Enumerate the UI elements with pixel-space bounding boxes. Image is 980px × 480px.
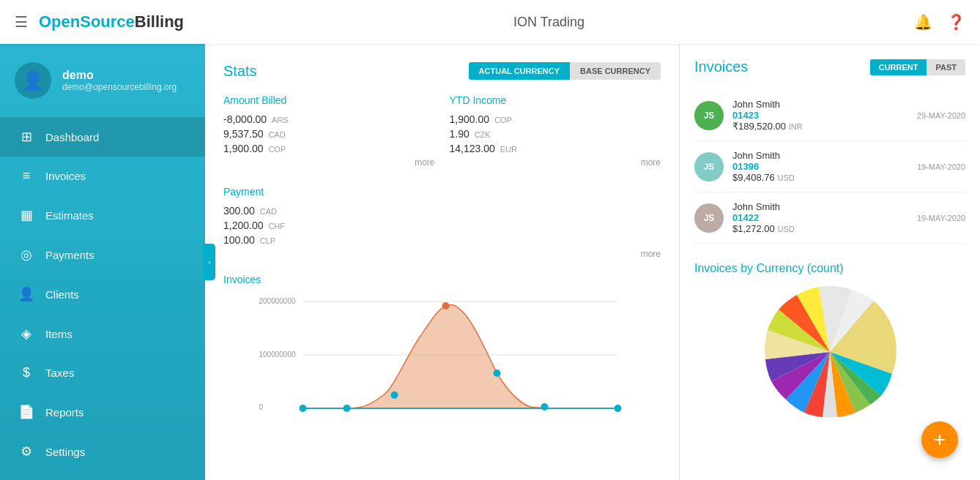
svg-point-9: [442, 302, 450, 310]
invoice-number[interactable]: 01396: [732, 161, 908, 172]
sidebar-item-label: Items: [45, 328, 73, 340]
avatar-icon: 👤: [22, 70, 44, 91]
sidebar-item-estimates[interactable]: ▦ Estimates: [0, 195, 205, 235]
stats-panel: Stats ACTUAL CURRENCY BASE CURRENCY Amou…: [205, 44, 680, 480]
user-info: demo demo@opensourcebilling.org: [62, 69, 177, 92]
sidebar-item-label: Reports: [45, 406, 84, 419]
sidebar: 👤 demo demo@opensourcebilling.org ⊞ Dash…: [0, 44, 205, 480]
sidebar-item-label: Estimates: [45, 209, 94, 222]
invoices-chart-title: Invoices: [223, 274, 661, 285]
sidebar-item-settings[interactable]: ⚙ Settings: [0, 432, 205, 471]
actual-currency-btn[interactable]: ACTUAL CURRENCY: [469, 62, 570, 80]
invoice-number[interactable]: 01422: [732, 212, 908, 223]
menu-icon[interactable]: ☰: [15, 13, 28, 31]
sidebar-item-label: Invoices: [45, 170, 86, 182]
svg-text:100000000: 100000000: [259, 350, 296, 359]
stats-grid: Amount Billed -8,000.00 ARS 9,537.50 CAD…: [223, 94, 661, 168]
brand-logo: OpenSourceBilling: [39, 12, 184, 31]
sidebar-toggle[interactable]: ‹: [204, 244, 215, 280]
sidebar-item-clients[interactable]: 👤 Clients: [0, 274, 205, 314]
clients-icon: 👤: [18, 286, 34, 302]
sidebar-item-label: Dashboard: [45, 131, 99, 143]
invoice-info: John Smith 01396 $9,408.76 USD: [732, 150, 908, 183]
ytd-income-section: YTD Income 1,900.00 COP 1.90 CZK 14,123.…: [450, 94, 661, 168]
sidebar-nav: ⊞ Dashboard ≡ Invoices ▦ Estimates ◎ Pay…: [0, 117, 205, 480]
invoice-avatar: JS: [694, 203, 724, 233]
stat-item: 1,900.00 COP: [223, 143, 435, 154]
stat-item: 1,200.00 CHF: [223, 220, 661, 231]
invoice-date: 19-MAY-2020: [917, 214, 965, 222]
invoice-amount: ₹189,520.00 INR: [732, 121, 908, 132]
user-name: demo: [62, 69, 177, 82]
stat-item: 14,123.00 EUR: [450, 143, 661, 154]
sidebar-profile: 👤 demo demo@opensourcebilling.org: [0, 44, 205, 117]
notification-icon[interactable]: 🔔: [914, 13, 932, 31]
invoice-amount: $1,272.00 USD: [732, 223, 908, 234]
avatar: 👤: [15, 62, 51, 99]
invoice-info: John Smith 01423 ₹189,520.00 INR: [732, 99, 908, 132]
payments-icon: ◎: [18, 247, 34, 263]
invoice-tabs: CURRENT PAST: [870, 59, 965, 75]
svg-point-10: [494, 370, 501, 377]
right-panel: Invoices CURRENT PAST JS John Smith 0142…: [680, 44, 980, 480]
sidebar-item-items[interactable]: ◈ Items: [0, 314, 205, 353]
payment-more[interactable]: more: [223, 249, 661, 259]
help-icon[interactable]: ❓: [947, 13, 965, 31]
pie-chart: [757, 286, 903, 418]
sidebar-item-label: Payments: [45, 249, 94, 261]
invoice-client-name: John Smith: [732, 150, 908, 161]
invoice-date: 29-MAY-2020: [917, 111, 965, 120]
amount-billed-title: Amount Billed: [223, 94, 435, 106]
tab-current[interactable]: CURRENT: [870, 59, 927, 75]
sidebar-item-reports[interactable]: 📄 Reports: [0, 392, 205, 432]
stat-item: 1.90 CZK: [450, 128, 661, 140]
invoice-item: JS John Smith 01396 $9,408.76 USD 19-MAY…: [694, 141, 965, 192]
invoice-client-name: John Smith: [732, 99, 908, 110]
sidebar-item-taxes[interactable]: $ Taxes: [0, 353, 205, 392]
stat-item: -8,000.00 ARS: [223, 113, 435, 125]
ytd-income-title: YTD Income: [450, 94, 661, 106]
main-layout: 👤 demo demo@opensourcebilling.org ⊞ Dash…: [0, 44, 980, 480]
currency-toggle: ACTUAL CURRENCY BASE CURRENCY: [469, 62, 661, 80]
svg-text:200000000: 200000000: [259, 297, 296, 305]
invoice-avatar: JS: [694, 152, 724, 181]
invoice-avatar: JS: [694, 101, 724, 130]
tab-past[interactable]: PAST: [927, 59, 965, 75]
stat-item: 100.00 CLP: [223, 234, 661, 246]
sidebar-item-dashboard[interactable]: ⊞ Dashboard: [0, 117, 205, 157]
invoice-list: JS John Smith 01423 ₹189,520.00 INR 29-M…: [694, 90, 965, 244]
invoices-panel-title: Invoices: [694, 59, 748, 75]
amount-billed-section: Amount Billed -8,000.00 ARS 9,537.50 CAD…: [223, 94, 435, 168]
pie-chart-container: [694, 286, 965, 418]
svg-text:0: 0: [259, 403, 264, 411]
sidebar-item-label: Taxes: [45, 367, 74, 379]
taxes-icon: $: [18, 365, 34, 380]
ytd-income-more[interactable]: more: [450, 157, 661, 168]
user-email: demo@opensourcebilling.org: [62, 82, 177, 92]
invoices-chart-section: Invoices 200000000 100000000 0: [223, 274, 661, 417]
invoice-item: JS John Smith 01422 $1,272.00 USD 19-MAY…: [694, 192, 965, 244]
amount-billed-more[interactable]: more: [223, 157, 435, 168]
content-area: Stats ACTUAL CURRENCY BASE CURRENCY Amou…: [205, 44, 980, 480]
sidebar-item-label: Clients: [45, 288, 79, 301]
payment-section: Payment 300.00 CAD 1,200.00 CHF 100.00 C…: [223, 186, 661, 259]
invoice-date: 19-MAY-2020: [917, 162, 965, 171]
stat-item: 300.00 CAD: [223, 205, 661, 217]
estimates-icon: ▦: [18, 207, 34, 223]
dashboard-icon: ⊞: [18, 129, 34, 145]
items-icon: ◈: [18, 326, 34, 342]
reports-icon: 📄: [18, 404, 34, 420]
invoice-info: John Smith 01422 $1,272.00 USD: [732, 201, 908, 234]
fab-button[interactable]: +: [921, 421, 958, 458]
pie-section: Invoices by Currency (count): [694, 262, 965, 418]
page-title: ION Trading: [184, 15, 914, 30]
invoice-number[interactable]: 01423: [732, 110, 908, 121]
pie-title: Invoices by Currency (count): [694, 262, 965, 275]
settings-icon: ⚙: [18, 443, 34, 460]
base-currency-btn[interactable]: BASE CURRENCY: [570, 62, 661, 80]
invoice-client-name: John Smith: [732, 201, 908, 212]
invoices-icon: ≡: [18, 168, 34, 184]
sidebar-item-payments[interactable]: ◎ Payments: [0, 235, 205, 274]
sidebar-item-invoices[interactable]: ≡ Invoices: [0, 157, 205, 195]
invoices-header: Invoices CURRENT PAST: [694, 59, 965, 75]
